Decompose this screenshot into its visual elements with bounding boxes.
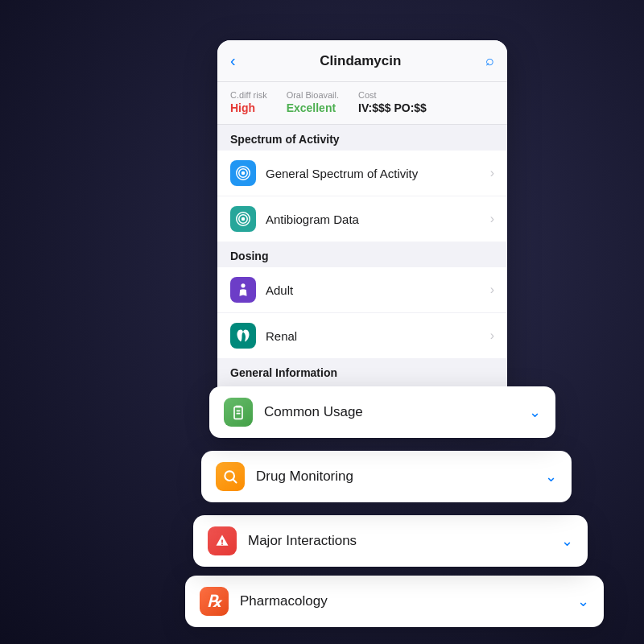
nav-bar: ‹ Clindamycin ⌕ — [217, 40, 507, 82]
common-usage-chevron: ⌄ — [529, 403, 541, 421]
bioavail-label: Oral Bioavail. — [287, 90, 339, 100]
major-interactions-card[interactable]: Major Interactions ⌄ — [193, 515, 588, 567]
common-usage-icon — [224, 398, 253, 427]
cdiff-stat: C.diff risk High — [230, 90, 267, 114]
drug-monitoring-card[interactable]: Drug Monitoring ⌄ — [201, 451, 572, 502]
pharmacology-card[interactable]: ℞ Pharmacology ⌄ — [185, 576, 604, 627]
spectrum-section: General Spectrum of Activity › Antibiogr… — [217, 151, 507, 242]
drug-name-title: Clindamycin — [320, 53, 401, 69]
chevron-icon: › — [490, 212, 494, 226]
svg-point-14 — [221, 543, 223, 545]
chevron-icon: › — [490, 283, 494, 297]
spectrum-icon — [230, 160, 256, 186]
major-interactions-icon — [208, 526, 237, 555]
pharmacology-icon: ℞ — [200, 587, 229, 616]
main-panel: ‹ Clindamycin ⌕ C.diff risk High Oral Bi… — [217, 40, 507, 427]
adult-icon — [230, 277, 256, 303]
drug-monitoring-label: Drug Monitoring — [256, 469, 545, 485]
antibiogram-icon — [230, 206, 256, 232]
spectrum-header: Spectrum of Activity — [217, 125, 507, 151]
adult-label: Adult — [266, 283, 490, 297]
pharmacology-label: Pharmacology — [240, 593, 577, 609]
phone-container: ‹ Clindamycin ⌕ C.diff risk High Oral Bi… — [201, 40, 507, 620]
svg-point-3 — [242, 217, 246, 221]
drug-stats: C.diff risk High Oral Bioavail. Excellen… — [217, 82, 507, 125]
common-usage-card[interactable]: Common Usage ⌄ — [209, 386, 555, 438]
bioavail-stat: Oral Bioavail. Excellent — [287, 90, 339, 114]
cdiff-label: C.diff risk — [230, 90, 267, 100]
bioavail-value: Excellent — [287, 101, 339, 114]
spectrum-label: General Spectrum of Activity — [266, 167, 490, 180]
list-item[interactable]: Adult › — [217, 267, 507, 313]
renal-label: Renal — [266, 329, 490, 343]
drug-monitoring-chevron: ⌄ — [545, 468, 557, 485]
list-item[interactable]: General Spectrum of Activity › — [217, 151, 507, 196]
svg-rect-10 — [237, 413, 241, 415]
cost-label: Cost — [358, 90, 427, 100]
cost-stat: Cost IV:$$$ PO:$$ — [358, 90, 427, 114]
chevron-icon: › — [490, 166, 494, 180]
pharmacology-chevron: ⌄ — [577, 592, 589, 610]
general-header: General Information — [217, 358, 507, 384]
svg-rect-9 — [237, 411, 241, 412]
list-item[interactable]: Antibiogram Data › — [217, 196, 507, 242]
antibiogram-label: Antibiogram Data — [266, 213, 490, 226]
svg-line-12 — [233, 480, 237, 483]
svg-rect-8 — [234, 407, 242, 419]
cdiff-value: High — [230, 101, 267, 114]
dosing-section: Adult › Renal › — [217, 267, 507, 358]
cost-value: IV:$$$ PO:$$ — [358, 101, 427, 114]
chevron-icon: › — [490, 328, 494, 343]
svg-point-0 — [242, 171, 246, 175]
common-usage-label: Common Usage — [264, 404, 529, 420]
search-icon[interactable]: ⌕ — [485, 52, 494, 69]
drug-monitoring-icon — [216, 462, 245, 491]
major-interactions-label: Major Interactions — [248, 533, 561, 549]
renal-icon — [230, 323, 256, 349]
svg-rect-13 — [221, 539, 223, 543]
back-button[interactable]: ‹ — [230, 52, 236, 70]
svg-point-6 — [241, 283, 245, 287]
list-item[interactable]: Renal › — [217, 313, 507, 358]
dosing-header: Dosing — [217, 242, 507, 267]
major-interactions-chevron: ⌄ — [561, 532, 573, 550]
